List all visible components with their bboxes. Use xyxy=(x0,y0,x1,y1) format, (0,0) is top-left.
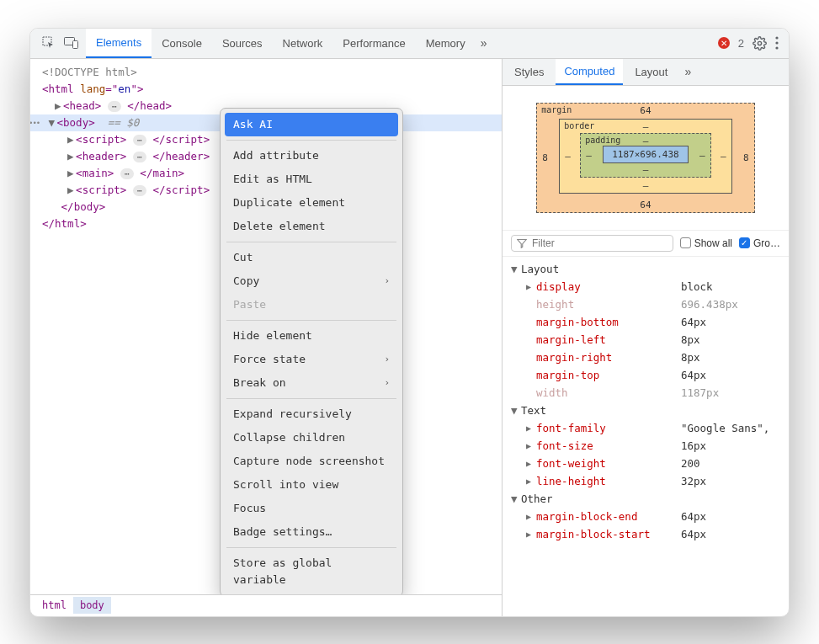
context-menu: Ask AIAdd attributeEdit as HTMLDuplicate… xyxy=(220,108,403,594)
filter-icon xyxy=(517,238,527,248)
showall-label: Show all xyxy=(694,237,732,249)
devtools-window: Elements Console Sources Network Perform… xyxy=(29,28,790,617)
bm-padding-left[interactable]: – xyxy=(586,150,592,161)
tab-console[interactable]: Console xyxy=(152,28,212,58)
more-tabs-icon[interactable]: » xyxy=(476,36,492,50)
gear-icon[interactable] xyxy=(753,36,767,51)
prop-group-text[interactable]: ▼Text xyxy=(511,402,780,419)
error-count[interactable]: 2 xyxy=(738,37,744,50)
prop-group-layout[interactable]: ▼Layout xyxy=(511,260,780,278)
bm-padding-label: padding xyxy=(585,136,620,145)
prop-font-family[interactable]: ▶font-family"Google Sans", xyxy=(511,419,780,437)
ctx-cut[interactable]: Cut xyxy=(225,246,398,269)
tab-memory[interactable]: Memory xyxy=(416,28,476,58)
elements-panel: <!DOCTYPE html> <html lang="en"> ▶<head>… xyxy=(30,59,503,616)
breadcrumb: html body xyxy=(30,594,502,616)
ctx-capture-node-screenshot[interactable]: Capture node screenshot xyxy=(225,450,398,473)
bm-margin-label: margin xyxy=(541,105,572,114)
bm-padding-top[interactable]: – xyxy=(643,136,649,146)
prop-group-other[interactable]: ▼Other xyxy=(511,490,780,508)
prop-margin-right[interactable]: margin-right8px xyxy=(511,349,780,366)
rtab-styles[interactable]: Styles xyxy=(506,59,552,86)
bm-padding-right[interactable]: – xyxy=(699,150,705,161)
prop-margin-bottom[interactable]: margin-bottom64px xyxy=(511,313,780,331)
filter-placeholder: Filter xyxy=(532,237,555,249)
ctx-delete-element[interactable]: Delete element xyxy=(225,215,398,238)
prop-height[interactable]: height696.438px xyxy=(511,295,780,313)
ctx-add-attribute[interactable]: Add attribute xyxy=(225,144,398,168)
prop-margin-left[interactable]: margin-left8px xyxy=(511,331,780,349)
bm-padding-bottom[interactable]: – xyxy=(643,164,649,175)
sidebar-tabbar: Styles Computed Layout » xyxy=(503,59,789,86)
sidebar-panel: Styles Computed Layout » margin 64 64 8 … xyxy=(503,59,789,616)
crumb-html[interactable]: html xyxy=(35,597,73,614)
ctx-duplicate-element[interactable]: Duplicate element xyxy=(225,191,398,215)
svg-rect-2 xyxy=(73,41,78,49)
prop-margin-block-start[interactable]: ▶margin-block-start64px xyxy=(511,525,780,543)
prop-font-size[interactable]: ▶font-size16px xyxy=(511,437,780,455)
group-label: Gro… xyxy=(753,237,780,249)
bm-border-left[interactable]: – xyxy=(565,151,571,162)
filter-input[interactable]: Filter xyxy=(511,235,673,252)
bm-content-size[interactable]: 1187×696.438 xyxy=(603,146,688,163)
svg-point-3 xyxy=(758,41,761,45)
ctx-store-as-global-variable[interactable]: Store as global variable xyxy=(225,551,398,592)
kebab-icon[interactable] xyxy=(775,36,779,50)
crumb-body[interactable]: body xyxy=(73,597,111,614)
tab-performance[interactable]: Performance xyxy=(332,28,415,58)
rtab-computed[interactable]: Computed xyxy=(556,59,623,86)
bm-margin-left[interactable]: 8 xyxy=(542,152,548,163)
error-icon[interactable]: ✕ xyxy=(718,37,730,49)
ctx-scroll-into-view[interactable]: Scroll into view xyxy=(225,473,398,497)
ctx-copy[interactable]: Copy› xyxy=(225,269,398,293)
tab-network[interactable]: Network xyxy=(273,28,333,58)
inspect-icon[interactable] xyxy=(42,36,56,50)
bm-margin-bottom[interactable]: 64 xyxy=(640,200,651,210)
svg-point-6 xyxy=(775,46,778,49)
box-model[interactable]: margin 64 64 8 8 border – – – – paddin xyxy=(503,86,789,230)
bm-border-right[interactable]: – xyxy=(721,151,726,162)
dom-tree[interactable]: <!DOCTYPE html> <html lang="en"> ▶<head>… xyxy=(30,59,502,594)
svg-point-4 xyxy=(775,36,778,39)
ctx-edit-as-html[interactable]: Edit as HTML xyxy=(225,168,398,191)
group-checkbox[interactable]: ✓Gro… xyxy=(739,237,780,249)
device-toggle-icon[interactable] xyxy=(64,36,79,50)
ctx-expand-recursively[interactable]: Expand recursively xyxy=(225,402,398,426)
ctx-focus[interactable]: Focus xyxy=(225,497,398,520)
showall-checkbox[interactable]: Show all xyxy=(680,237,732,249)
prop-width[interactable]: width1187px xyxy=(511,384,780,402)
more-rtabs-icon[interactable]: » xyxy=(679,65,696,78)
ctx-break-on[interactable]: Break on› xyxy=(225,371,398,395)
bm-margin-top[interactable]: 64 xyxy=(640,105,651,116)
svg-point-5 xyxy=(775,41,778,44)
computed-properties[interactable]: ▼Layout▶displayblockheight696.438pxmargi… xyxy=(503,257,789,616)
ctx-paste: Paste xyxy=(225,293,398,317)
bm-border-label: border xyxy=(564,121,594,130)
bm-border-bottom[interactable]: – xyxy=(643,180,649,191)
prop-display[interactable]: ▶displayblock xyxy=(511,278,780,295)
main-tabbar: Elements Console Sources Network Perform… xyxy=(30,29,789,59)
tab-elements[interactable]: Elements xyxy=(86,28,152,58)
prop-line-height[interactable]: ▶line-height32px xyxy=(511,472,780,490)
ctx-ask-ai[interactable]: Ask AI xyxy=(225,113,398,136)
prop-margin-block-end[interactable]: ▶margin-block-end64px xyxy=(511,508,780,525)
prop-margin-top[interactable]: margin-top64px xyxy=(511,366,780,384)
computed-filter-row: Filter Show all ✓Gro… xyxy=(503,230,789,257)
ctx-force-state[interactable]: Force state› xyxy=(225,348,398,371)
ctx-hide-element[interactable]: Hide element xyxy=(225,324,398,348)
rtab-layout[interactable]: Layout xyxy=(626,59,676,86)
bm-border-top[interactable]: – xyxy=(643,121,649,132)
ctx-collapse-children[interactable]: Collapse children xyxy=(225,426,398,450)
ctx-badge-settings-[interactable]: Badge settings… xyxy=(225,520,398,544)
prop-font-weight[interactable]: ▶font-weight200 xyxy=(511,455,780,472)
doctype-node[interactable]: <!DOCTYPE html> xyxy=(42,66,137,78)
bm-margin-right[interactable]: 8 xyxy=(743,152,749,163)
tab-sources[interactable]: Sources xyxy=(212,28,273,58)
